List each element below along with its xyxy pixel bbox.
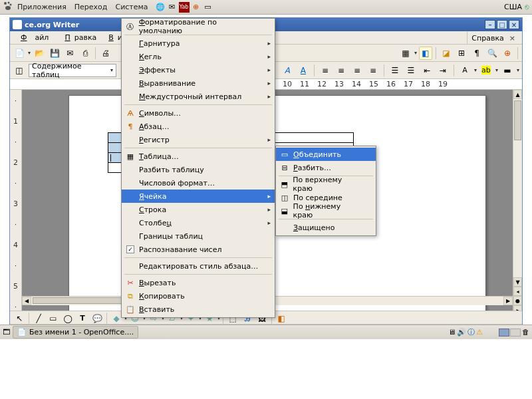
mi-protect[interactable]: Защищено	[276, 221, 376, 234]
taskbar-entry[interactable]: 📄 Без имени 1 - OpenOffice....	[13, 326, 138, 338]
align-right-icon[interactable]: ≡	[350, 64, 364, 77]
minimize-button[interactable]: –	[485, 20, 495, 29]
mi-numrecog[interactable]: ✓Распознавание чисел	[122, 243, 275, 256]
mi-valign-bottom[interactable]: ⬓По нижнему краю	[276, 204, 376, 217]
system-menu[interactable]: Система	[111, 1, 152, 13]
mi-effects[interactable]: Эффекты▸	[122, 63, 275, 76]
places-menu[interactable]: Переход	[70, 1, 112, 13]
para-style-combo[interactable]: Содержимое таблиц ▾	[29, 64, 116, 77]
scroll-thumb[interactable]	[514, 100, 521, 140]
datasource-icon[interactable]: ⊞	[455, 47, 468, 60]
mi-borders[interactable]: Границы таблиц	[122, 229, 275, 243]
print-icon[interactable]: 🖨	[99, 47, 112, 60]
numlist-icon[interactable]: ☰	[388, 64, 402, 77]
doc-close-icon[interactable]: ×	[509, 34, 515, 43]
select-icon[interactable]: ↖	[13, 312, 26, 325]
indent-inc-icon[interactable]: ⇥	[436, 64, 450, 77]
scroll-down-icon[interactable]: ▼	[513, 277, 522, 287]
vertical-scrollbar[interactable]: ▲ ▼ ◂ ● ▸	[513, 90, 522, 315]
mi-editstyle[interactable]: Редактировать стиль абзаца…	[122, 259, 275, 273]
extrude-icon[interactable]: ◧	[275, 312, 288, 325]
help2-icon[interactable]: ⊕	[501, 47, 514, 60]
new-dropdown[interactable]: ▾	[28, 50, 31, 56]
mi-cut[interactable]: ✂Вырезать	[122, 276, 275, 289]
align-center-icon[interactable]: ≡	[334, 64, 348, 77]
browser-icon[interactable]: 🌐	[155, 2, 166, 13]
mi-row[interactable]: Строка▸	[122, 203, 275, 216]
mi-align[interactable]: Выравнивание▸	[122, 76, 275, 90]
exit-icon[interactable]: ⎋	[525, 3, 529, 11]
align-left-icon[interactable]: ≡	[319, 64, 332, 77]
trash-icon[interactable]: 🗑	[522, 328, 529, 336]
scissors-icon: ✂	[124, 277, 136, 288]
mi-default-format[interactable]: ⒶФорматирование по умолчанию	[122, 20, 275, 33]
highlight-icon[interactable]: ab	[479, 64, 493, 77]
callout-icon[interactable]: 💬	[90, 312, 104, 325]
help-icon[interactable]: ⊕	[191, 2, 201, 13]
fontcolor-icon[interactable]: A	[458, 64, 471, 77]
display-icon[interactable]: 🖥	[448, 328, 456, 336]
apps-menu[interactable]: Приложения	[13, 1, 70, 13]
bgcolor-icon[interactable]: ▬	[501, 64, 514, 77]
mail-icon[interactable]: ✉	[167, 2, 178, 13]
scroll-up-icon[interactable]: ▲	[513, 90, 522, 99]
italic-icon[interactable]: A	[281, 64, 294, 77]
vertical-ruler[interactable]: ·1· 2·3 ·4· 5·6	[10, 90, 22, 315]
mi-tabledlg[interactable]: ▦Таблица…	[122, 150, 275, 163]
mail-doc-icon[interactable]: ✉	[63, 47, 76, 60]
text-icon[interactable]: T	[76, 312, 89, 325]
mi-linespacing[interactable]: Междустрочный интервал▸	[122, 90, 275, 103]
keyboard-indicator[interactable]: США	[504, 3, 522, 11]
close-button[interactable]: ×	[509, 20, 519, 29]
scroll-left-icon[interactable]: ◀	[22, 297, 31, 305]
mi-numformat[interactable]: Числовой формат…	[122, 176, 275, 190]
nonprint-icon[interactable]: ¶	[470, 47, 483, 60]
mi-split-table[interactable]: Разбить таблицу	[122, 163, 275, 176]
scroll-right-icon[interactable]: ▶	[503, 297, 513, 305]
maximize-button[interactable]: □	[497, 20, 507, 29]
ellipse-icon[interactable]: ◯	[61, 312, 74, 325]
warning-icon[interactable]: ⚠	[476, 328, 483, 336]
mi-split[interactable]: ⊟Разбить…	[276, 161, 376, 174]
valign-mid-icon: ◫	[279, 192, 291, 203]
workspace-switcher[interactable]	[499, 329, 521, 336]
bullist-icon[interactable]: ☰	[404, 64, 418, 77]
styles-icon[interactable]: ◫	[13, 64, 26, 77]
menu-file[interactable]: Файл	[13, 32, 57, 43]
mi-merge[interactable]: ▭Объединить	[276, 148, 376, 161]
new-doc-icon[interactable]: 📄	[13, 47, 26, 60]
open-icon[interactable]: 📂	[33, 47, 46, 60]
show-desktop-icon[interactable]: 🗔	[3, 328, 10, 336]
dict-icon[interactable]: Yab	[179, 2, 190, 13]
gallery-icon[interactable]: ◪	[440, 47, 453, 60]
mi-size[interactable]: Кегль▸	[122, 50, 275, 63]
mi-character[interactable]: ѦСимволы…	[122, 106, 275, 120]
nav-target-icon[interactable]: ●	[513, 296, 522, 305]
mi-paste[interactable]: 📋Вставить	[122, 303, 275, 316]
term-icon[interactable]: ▭	[203, 2, 213, 13]
table-grid-icon[interactable]: ▦	[399, 47, 412, 60]
rect-icon[interactable]: ▭	[47, 312, 60, 325]
info-icon[interactable]: ⓘ	[467, 327, 475, 337]
volume-icon[interactable]: 🔊	[457, 328, 466, 336]
mi-font[interactable]: Гарнитура▸	[122, 37, 275, 50]
underline-icon[interactable]: A	[297, 64, 310, 77]
mi-valign-top[interactable]: ⬒По верхнему краю	[276, 178, 376, 191]
cell-c1[interactable]	[272, 133, 354, 143]
menu-help[interactable]: Справка	[471, 34, 503, 43]
menu-edit[interactable]: Правка	[57, 32, 100, 43]
zoom-icon[interactable]: 🔍	[485, 47, 499, 60]
mi-paragraph[interactable]: ¶Абзац…	[122, 120, 275, 133]
justify-icon[interactable]: ≡	[366, 64, 380, 77]
prev-page-icon[interactable]: ◂	[513, 287, 522, 296]
indent-dec-icon[interactable]: ⇤	[420, 64, 434, 77]
mi-cell[interactable]: Ячейка▸	[122, 190, 275, 203]
mi-column[interactable]: Столбец▸	[122, 216, 275, 229]
line-icon[interactable]: ╱	[32, 312, 45, 325]
mi-case[interactable]: Регистр▸	[122, 133, 275, 146]
svg-point-3	[5, 6, 11, 10]
mi-copy[interactable]: ⧉Копировать	[122, 289, 275, 303]
save-icon[interactable]: 💾	[48, 47, 61, 60]
navigator-icon[interactable]: ◧	[419, 47, 432, 60]
pdf-icon[interactable]: ⎙	[78, 47, 92, 60]
